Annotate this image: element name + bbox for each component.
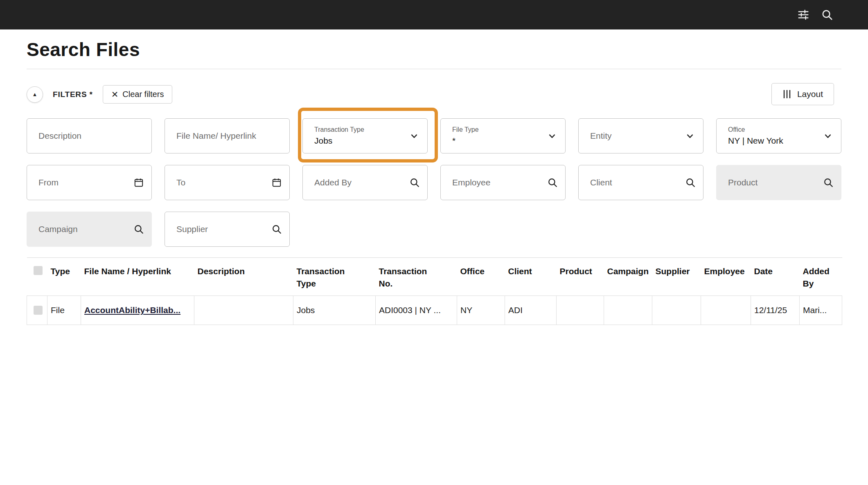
col-product: Product [557,257,604,296]
entity-select[interactable]: Entity [578,118,703,153]
col-description: Description [194,257,293,296]
supplier-field[interactable] [165,212,290,247]
office-label: Office [728,126,783,133]
col-type: Type [47,257,81,296]
transaction-type-value: Jobs [314,136,364,146]
file-name-input[interactable] [176,131,266,141]
cell-transaction-no: ADI0003 | NY ... [376,296,457,325]
cell-transaction-type: Jobs [293,296,376,325]
cell-added-by: Mari... [800,296,842,325]
cell-supplier [652,296,701,325]
cell-description [194,296,293,325]
col-added-by: Added By [800,257,842,296]
table-row[interactable]: File AccountAbility+Billab... Jobs ADI00… [27,296,842,325]
col-client: Client [505,257,557,296]
layout-button[interactable]: Layout [771,83,834,105]
product-field[interactable] [716,165,841,200]
search-icon[interactable] [547,177,558,188]
tune-icon[interactable] [794,6,812,24]
clear-filters-label: Clear filters [122,90,164,99]
added-by-input[interactable] [314,178,404,187]
col-office: Office [457,257,505,296]
caret-up-icon: ▲ [32,91,38,97]
chevron-down-icon [822,130,834,142]
layout-label: Layout [797,89,823,99]
search-icon[interactable] [685,177,696,188]
cell-client: ADI [505,296,557,325]
clear-filters-button[interactable]: ✕ Clear filters [103,85,173,104]
chevron-down-icon [408,130,420,142]
col-file-name: File Name / Hyperlink [81,257,194,296]
col-date: Date [751,257,800,296]
search-icon[interactable] [409,177,420,188]
employee-field[interactable] [440,165,566,200]
file-name-field[interactable] [165,118,290,153]
results-table: Type File Name / Hyperlink Description T… [27,257,841,325]
search-icon[interactable] [271,224,282,235]
col-employee: Employee [701,257,751,296]
description-input[interactable] [38,131,129,141]
row-checkbox[interactable] [34,306,43,315]
col-campaign: Campaign [604,257,652,296]
campaign-input[interactable] [38,224,129,234]
col-transaction-no: Transaction No. [376,257,457,296]
filters-label: FILTERS * [53,90,93,99]
office-value: NY | New York [728,136,783,146]
cell-product [557,296,604,325]
file-type-select[interactable]: File Type * [440,118,566,153]
entity-placeholder: Entity [590,131,612,141]
calendar-icon[interactable] [133,177,144,188]
client-field[interactable] [578,165,703,200]
main-content: Search Files ▲ FILTERS * ✕ Clear filters… [0,39,868,325]
table-header-row: Type File Name / Hyperlink Description T… [27,257,842,296]
transaction-type-select[interactable]: Transaction Type Jobs [302,118,428,153]
chevron-down-icon [684,130,696,142]
transaction-type-label: Transaction Type [314,126,364,133]
close-icon: ✕ [111,90,119,99]
supplier-input[interactable] [176,224,266,234]
col-transaction-type: Transaction Type [293,257,376,296]
col-supplier: Supplier [652,257,701,296]
campaign-field[interactable] [27,212,152,247]
search-icon[interactable] [133,224,144,235]
cell-office: NY [457,296,505,325]
product-input[interactable] [728,178,818,187]
cell-file-name: AccountAbility+Billab... [81,296,194,325]
select-all-checkbox[interactable] [34,266,43,275]
from-date-input[interactable] [38,178,129,187]
filters-header: ▲ FILTERS * ✕ Clear filters Layout [27,83,841,106]
calendar-icon[interactable] [271,177,282,188]
file-type-label: File Type [452,126,479,133]
client-input[interactable] [590,178,680,187]
page-title: Search Files [27,39,841,60]
to-date-field[interactable] [165,165,290,200]
employee-input[interactable] [452,178,542,187]
file-link[interactable]: AccountAbility+Billab... [84,305,180,315]
filter-grid: Transaction Type Jobs File Type * Entity [27,118,841,247]
added-by-field[interactable] [302,165,428,200]
cell-date: 12/11/25 [751,296,800,325]
collapse-filters-button[interactable]: ▲ [27,86,43,103]
search-icon[interactable] [818,6,836,24]
columns-icon [782,89,791,99]
office-select[interactable]: Office NY | New York [716,118,841,153]
to-date-input[interactable] [176,178,266,187]
from-date-field[interactable] [27,165,152,200]
file-type-value: * [452,136,479,146]
title-divider [27,69,841,69]
search-icon[interactable] [823,177,834,188]
chevron-down-icon [546,130,558,142]
cell-campaign [604,296,652,325]
topbar [0,0,868,29]
description-field[interactable] [27,118,152,153]
cell-employee [701,296,751,325]
cell-type: File [47,296,81,325]
